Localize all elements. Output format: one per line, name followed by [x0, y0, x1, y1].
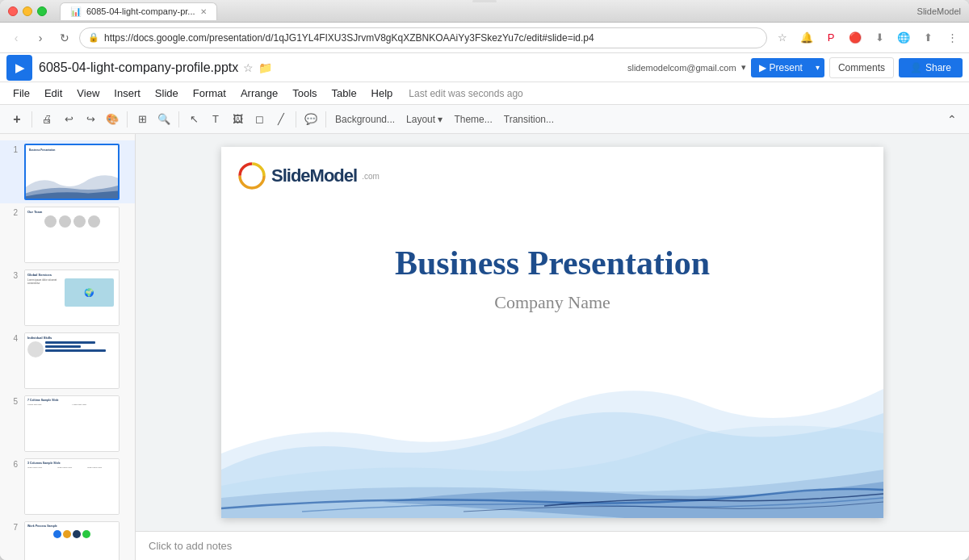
toolbar-group-print: 🖨 ↩ ↪ 🎨	[36, 109, 123, 130]
divider-5	[325, 111, 326, 127]
logo-com: .com	[362, 172, 380, 181]
tab-close-icon[interactable]: ✕	[200, 7, 207, 16]
back-button[interactable]: ‹	[6, 28, 26, 48]
notes-bar: Click to add notes	[136, 531, 969, 560]
tab-favicon: 📊	[70, 6, 82, 17]
slide-item-2[interactable]: 2 Our Team	[0, 203, 135, 266]
slide-thumbnail-4[interactable]: Individual Skills	[24, 332, 120, 389]
slide-thumbnail-7[interactable]: Work Process Sample	[24, 521, 120, 560]
comment-tool[interactable]: 💬	[300, 109, 321, 130]
menu-table[interactable]: Table	[325, 85, 363, 102]
undo-button[interactable]: ↩	[58, 109, 79, 130]
extension-icon[interactable]: 🔴	[845, 27, 866, 48]
minimize-button[interactable]	[23, 6, 32, 16]
slide-thumbnail-2[interactable]: Our Team	[24, 207, 120, 263]
toolbar: + 🖨 ↩ ↪ 🎨 ⊞ 🔍 ↖ T 🖼 ◻ ╱ 💬 Background... …	[0, 105, 969, 134]
tab-title: 6085-04-light-company-pr...	[86, 6, 195, 16]
background-button[interactable]: Background...	[330, 109, 400, 130]
address-bar[interactable]: 🔒 https://docs.google.com/presentation/d…	[79, 27, 767, 48]
shapes-tool[interactable]: ◻	[249, 109, 270, 130]
paint-format-button[interactable]: 🎨	[102, 109, 123, 130]
forward-button[interactable]: ›	[31, 28, 50, 48]
maximize-button[interactable]	[37, 6, 47, 16]
slide-canvas[interactable]: SlideModel.com Business Presentation Com…	[221, 147, 883, 518]
fit-button[interactable]: ⊞	[132, 109, 153, 130]
slide-thumbnail-3[interactable]: Global Services Lorem ipsum dolor sit am…	[24, 270, 120, 326]
pinterest-icon[interactable]: P	[820, 27, 841, 48]
title-bar: 📊 6085-04-light-company-pr... ✕ SlideMod…	[0, 0, 969, 23]
slide-item-7[interactable]: 7 Work Process Sample	[0, 518, 135, 560]
present-label: Present	[770, 62, 803, 73]
menu-tools[interactable]: Tools	[286, 85, 323, 102]
user-caret[interactable]: ▾	[741, 62, 746, 73]
toolbar-group-tools: ↖ T 🖼 ◻ ╱	[183, 109, 292, 130]
slidemodel-brand: SlideModel	[917, 6, 961, 16]
present-dropdown-button[interactable]: ▾	[811, 58, 824, 77]
slide-item-5[interactable]: 5 7 Coltime Sample Slide Lorem text here…	[0, 392, 135, 455]
transition-button[interactable]: Transition...	[499, 109, 559, 130]
share-icon: 👤	[910, 62, 922, 73]
toolbar-group-zoom: ⊞ 🔍	[132, 109, 174, 130]
last-edit-status: Last edit was seconds ago	[409, 88, 522, 99]
present-button[interactable]: ▶ Present	[751, 58, 811, 77]
slide-thumbnail-5[interactable]: 7 Coltime Sample Slide Lorem text here L…	[24, 395, 120, 452]
canvas-area: SlideModel.com Business Presentation Com…	[136, 134, 969, 560]
extension3-icon[interactable]: ⬆	[917, 27, 938, 48]
app-header: ▶ 6085-04-light-company-profile.pptx ☆ 📁…	[0, 53, 969, 82]
file-name: 6085-04-light-company-profile.pptx	[39, 61, 238, 75]
close-button[interactable]	[8, 6, 18, 16]
zoom-button[interactable]: 🔍	[153, 109, 174, 130]
menu-insert[interactable]: Insert	[107, 85, 147, 102]
settings-icon[interactable]: ⋮	[942, 27, 963, 48]
slide-thumbnail-1[interactable]: Business Presentation	[24, 144, 120, 200]
image-tool[interactable]: 🖼	[227, 109, 248, 130]
slide-item-1[interactable]: 1 Business Presentation	[0, 140, 135, 203]
tab-bar: 📊 6085-04-light-company-pr... ✕	[60, 2, 912, 20]
slide-number-5: 5	[6, 397, 18, 406]
menu-format[interactable]: Format	[187, 85, 233, 102]
divider-2	[127, 111, 128, 127]
slide-number-4: 4	[6, 334, 18, 343]
menu-file[interactable]: File	[6, 85, 36, 102]
collapse-toolbar-button[interactable]: ⌃	[942, 109, 963, 130]
toolbar-group-add: +	[6, 109, 27, 130]
notification-icon[interactable]: 🔔	[796, 27, 817, 48]
text-tool[interactable]: T	[205, 109, 226, 130]
theme-button[interactable]: Theme...	[449, 109, 497, 130]
navigation-bar: ‹ › ↻ 🔒 https://docs.google.com/presenta…	[0, 23, 969, 53]
slidemodel-logo-icon	[237, 161, 266, 190]
menu-arrange[interactable]: Arrange	[234, 85, 284, 102]
layout-button[interactable]: Layout ▾	[401, 109, 447, 130]
reload-button[interactable]: ↻	[55, 28, 74, 48]
divider-1	[31, 111, 32, 127]
bookmark-icon[interactable]: ☆	[772, 27, 793, 48]
menu-view[interactable]: View	[70, 85, 106, 102]
slides-panel: 1 Business Presentation 2	[0, 134, 136, 560]
browser-window: 📊 6085-04-light-company-pr... ✕ SlideMod…	[0, 0, 969, 560]
main-content: 1 Business Presentation 2	[0, 134, 969, 560]
divider-3	[178, 111, 179, 127]
active-tab[interactable]: 📊 6085-04-light-company-pr... ✕	[60, 2, 217, 20]
slide-thumbnail-6[interactable]: 3 Columns Sample Slide Lorem Lorem Lorem…	[24, 458, 120, 515]
slide-item-6[interactable]: 6 3 Columns Sample Slide Lorem Lorem Lor…	[0, 455, 135, 518]
menu-slide[interactable]: Slide	[149, 85, 185, 102]
add-button[interactable]: +	[6, 109, 27, 130]
slide-number-3: 3	[6, 271, 18, 280]
slide-number-6: 6	[6, 460, 18, 469]
slide-item-3[interactable]: 3 Global Services Lorem ipsum dolor sit …	[0, 266, 135, 329]
user-email: slidemodelcom@gmail.com	[627, 63, 736, 73]
notes-placeholder[interactable]: Click to add notes	[149, 540, 232, 552]
slide-item-4[interactable]: 4 Individual Skills	[0, 329, 135, 392]
comments-button[interactable]: Comments	[829, 57, 894, 78]
folder-icon[interactable]: 📁	[258, 61, 272, 74]
select-tool[interactable]: ↖	[183, 109, 204, 130]
share-button[interactable]: 👤 Share	[899, 58, 963, 77]
menu-edit[interactable]: Edit	[38, 85, 69, 102]
redo-button[interactable]: ↪	[80, 109, 101, 130]
extension2-icon[interactable]: 🌐	[893, 27, 914, 48]
star-icon[interactable]: ☆	[243, 61, 254, 74]
download-icon[interactable]: ⬇	[869, 27, 890, 48]
menu-help[interactable]: Help	[365, 85, 400, 102]
line-tool[interactable]: ╱	[271, 109, 292, 130]
print-button[interactable]: 🖨	[36, 109, 57, 130]
